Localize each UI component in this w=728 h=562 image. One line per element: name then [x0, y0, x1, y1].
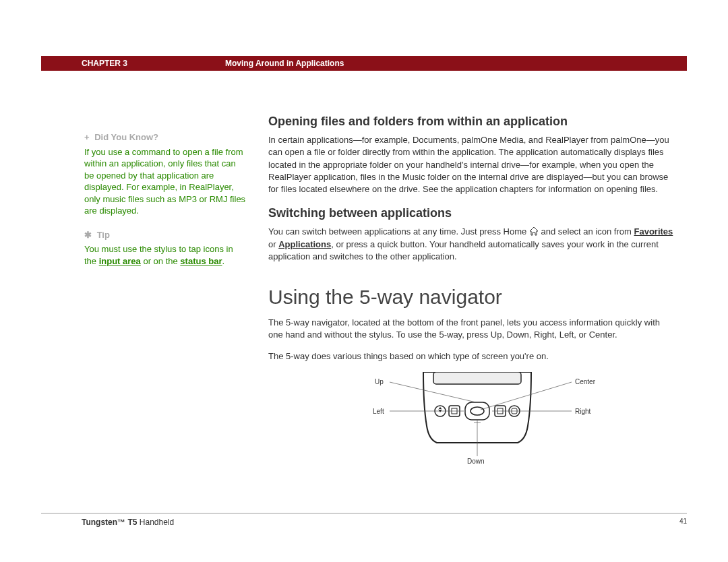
plus-icon: + — [84, 132, 90, 142]
label-up: Up — [375, 377, 384, 387]
product-bold: Tungsten™ T5 — [82, 518, 137, 527]
switching-post-icon: and select an icon from — [541, 226, 634, 237]
tip-text-end: . — [222, 256, 225, 266]
section-heading-switching: Switching between applications — [268, 205, 676, 222]
label-center: Center — [575, 377, 595, 387]
label-down: Down — [467, 457, 485, 466]
input-area-link[interactable]: input area — [99, 256, 141, 266]
page-number: 41 — [679, 518, 687, 527]
page-footer: Tungsten™ T5 Handheld 41 — [41, 513, 687, 527]
asterisk-icon: ✱ — [84, 230, 92, 240]
section-heading-opening: Opening files and folders from within an… — [268, 113, 676, 130]
switching-or: or — [268, 239, 278, 249]
switching-pre: You can switch between applications at a… — [268, 226, 529, 237]
label-right: Right — [575, 407, 590, 416]
navigator-p2: The 5-way does various things based on w… — [268, 350, 676, 363]
chapter-title: Moving Around in Applications — [225, 59, 344, 68]
tip-block: ✱ Tip You must use the stylus to tap ico… — [84, 229, 246, 268]
main-content: Opening files and folders from within an… — [268, 113, 676, 466]
tip-body: You must use the stylus to tap icons in … — [84, 243, 246, 267]
switching-body: You can switch between applications at a… — [268, 226, 676, 263]
product-rest: Handheld — [137, 518, 174, 527]
favorites-link[interactable]: Favorites — [634, 226, 673, 237]
svg-rect-0 — [433, 372, 521, 384]
applications-link[interactable]: Applications — [278, 239, 331, 249]
status-bar-link[interactable]: status bar — [180, 256, 222, 266]
did-you-know-label: Did You Know? — [94, 132, 158, 142]
home-icon — [529, 226, 539, 236]
did-you-know-heading: + Did You Know? — [84, 131, 246, 144]
tip-text-mid: or on the — [141, 256, 181, 266]
did-you-know-block: + Did You Know? If you use a command to … — [84, 131, 246, 217]
chapter-header: CHAPTER 3 Moving Around in Applications — [41, 56, 687, 71]
tip-label: Tip — [97, 230, 110, 240]
navigator-p1: The 5-way navigator, located at the bott… — [268, 317, 676, 341]
device-illustration — [410, 372, 545, 446]
did-you-know-body: If you use a command to open a file from… — [84, 146, 246, 217]
svg-point-6 — [509, 406, 520, 416]
sidebar: + Did You Know? If you use a command to … — [84, 131, 246, 279]
svg-rect-4 — [449, 406, 460, 416]
product-name: Tungsten™ T5 Handheld — [82, 518, 174, 527]
tip-heading: ✱ Tip — [84, 229, 246, 241]
opening-body: In certain applications—for example, Doc… — [268, 134, 676, 195]
navigator-diagram: Up Left Center Right Down — [363, 372, 599, 466]
svg-rect-1 — [465, 402, 489, 420]
section-heading-navigator: Using the 5-way navigator — [268, 283, 676, 311]
chapter-label: CHAPTER 3 — [82, 59, 127, 68]
label-left: Left — [373, 407, 384, 416]
svg-rect-5 — [495, 406, 506, 416]
